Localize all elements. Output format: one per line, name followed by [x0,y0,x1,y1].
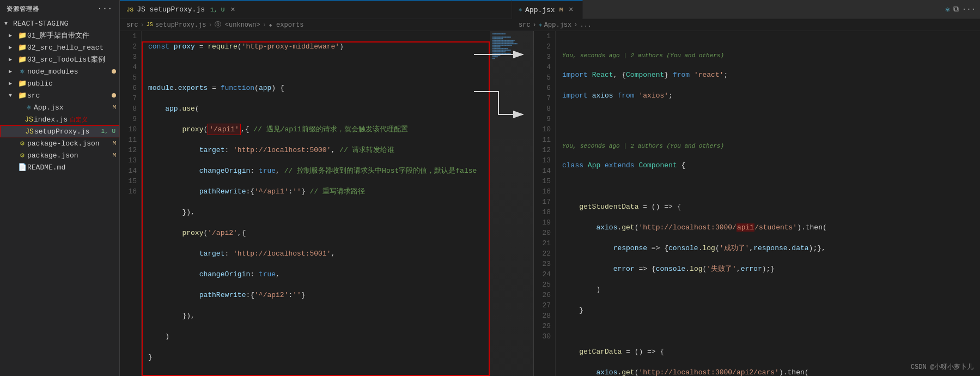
minimap-left: ████████████████████ ███████████████████… [490,31,533,376]
appjsx-badge: M [112,104,116,111]
root-label: REACT-STAGING [13,20,68,28]
bc-file: setupProxy.js [155,21,206,29]
src-badge [112,93,116,98]
sidebar-item-packagelock[interactable]: ⚙ package-lock.json M [0,137,119,149]
label-appjsx: App.jsx [34,104,64,112]
bc-src: src [126,21,138,29]
arrow-01: ▶ [9,32,17,39]
pkglock-badge: M [112,140,116,147]
label-01: 01_脚手架自带文件 [27,31,89,40]
code-line-5: proxy('/api1',{ // 遇见/api1前缀的请求，就会触发该代理配… [148,124,490,135]
sidebar-item-src[interactable]: ▼ 📁 src [0,89,119,101]
arrow-pkglock [9,141,17,147]
sidebar-header-icons: ··· [98,4,113,13]
right-breadcrumb: src › ⚛ App.jsx › ... [512,19,980,31]
label-public: public [27,80,53,88]
sidebar-item-readme[interactable]: 📄 README.md [0,161,119,173]
code-line-15: ) [148,331,490,342]
rcode-line-9: error => {console.log('失败了',error);} [562,264,980,274]
label-src: src [27,92,40,100]
rcode-line-1: import React, {Component} from 'react'; [562,70,980,80]
sidebar-item-01[interactable]: ▶ 📁 01_脚手架自带文件 [0,29,119,41]
tab-setupproxy-close[interactable]: × [228,5,238,15]
left-editor-pane: 12345 678910 1112131415 16 const proxy =… [120,31,534,376]
sidebar-item-packagejson[interactable]: ⚙ package.json M [0,149,119,161]
tab-appjsx[interactable]: ⚛ App.jsx M × [512,0,583,19]
editor-area: JS JS setupProxy.js 1, U × ⚛ ⧉ ··· src ›… [120,0,980,376]
folder-icon-01: 📁 [17,31,27,40]
rcode-line-4: class App extends Component { [562,160,980,171]
bc-unknown: ⓪ <unknown> [215,20,260,29]
tab-appjsx-close[interactable]: × [566,5,576,15]
author-info-1: You, seconds ago | 2 authors (You and ot… [562,52,980,59]
sidebar-item-indexjs[interactable]: JS index.js 自定义 [0,113,119,125]
rbc-src: src [519,21,531,29]
code-line-9: }), [148,207,490,217]
sidebar-tree: ▼ REACT-STAGING ▶ 📁 01_脚手架自带文件 ▶ 📁 02_sr… [0,17,119,376]
code-line-6: target: 'http://localhost:5000', // 请求转发… [148,145,490,155]
left-breadcrumb: src › JS setupProxy.js › ⓪ <unknown> › ⬥… [120,19,512,31]
bc-sep3: › [263,21,266,29]
js-icon-index: JS [24,116,34,124]
code-line-8: pathRewrite:{'^/api1':''} // 重写请求路径 [148,186,490,197]
sidebar-item-node-modules[interactable]: ▶ ⚛ node_modules [0,65,119,77]
label-nm: node_modules [27,68,78,76]
sidebar-item-setupproxy[interactable]: JS setupProxy.js 1, U [0,125,119,137]
arrow-pkgjson [9,153,17,159]
code-line-1: const proxy = require('http-proxy-middle… [148,41,490,52]
code-line-12: changeOrigin: true, [148,269,490,280]
folder-icon-public: 📁 [17,79,27,88]
rbc-dots: ... [580,21,592,29]
arrow-readme [9,165,17,171]
code-line-16: } [148,352,490,362]
bc-sep2: › [208,21,212,29]
editor-actions: ⚛ ⧉ ··· [941,0,980,19]
react-icon-nm: ⚛ [17,67,27,76]
editors-split: 12345 678910 1112131415 16 const proxy =… [120,31,980,376]
json-icon-pkglock: ⚙ [17,139,27,148]
code-line-13: pathRewrite:{'^/api2':''} [148,290,490,300]
arrow-public: ▶ [9,80,17,87]
more-icon[interactable]: ··· [98,4,113,13]
label-readme: README.md [27,163,65,172]
sidebar-item-public[interactable]: ▶ 📁 public [0,77,119,89]
label-pkgjson: package.json [27,151,78,160]
rcode-line-3 [562,111,980,122]
tab-setupproxy-label: JS setupProxy.js [137,5,205,14]
sidebar-title: 资源管理器 [7,5,39,13]
line-numbers-left: 12345 678910 1112131415 16 [120,31,142,376]
tab-setupproxy[interactable]: JS JS setupProxy.js 1, U × [120,0,512,19]
left-code-editor[interactable]: 12345 678910 1112131415 16 const proxy =… [120,31,533,376]
root-arrow: ▼ [4,21,13,27]
pkgjson-badge: M [112,152,116,159]
react-tab-icon: ⚛ [519,7,522,13]
sidebar-item-appjsx[interactable]: ⚛ App.jsx M [0,101,119,113]
label-pkglock: package-lock.json [27,140,100,148]
arrow-setupproxy [16,129,25,135]
right-editor-pane: 12345 678910 1112131415 1617181920 21222… [534,31,980,376]
code-line-3: module.exports = function(app) { [148,83,490,93]
csdn-watermark: CSDN @小呀小萝卜儿 [911,362,973,372]
more-icon-topbar[interactable]: ··· [962,5,976,14]
sidebar-root[interactable]: ▼ REACT-STAGING [0,17,119,29]
rcode-line-6: getStudentData = () => { [562,202,980,212]
split-icon[interactable]: ⧉ [953,5,959,14]
setupproxy-badge: 1, U [101,128,115,135]
md-icon-readme: 📄 [17,163,27,172]
sidebar-item-02[interactable]: ▶ 📁 02_src_hello_react [0,41,119,53]
tab-setupproxy-badge: 1, U [210,7,224,13]
bc-sep1: › [141,21,144,29]
code-line-7: changeOrigin: true, // 控制服务器收到的请求头中Host字… [148,166,490,176]
react-icon-app: ⚛ [24,103,34,112]
sidebar-item-03[interactable]: ▶ 📁 03_src_TodoList案例 [0,53,119,65]
rcode-line-11: } [562,305,980,316]
js-icon-setup: JS [25,128,34,136]
code-content-left: const proxy = require('http-proxy-middle… [142,31,490,376]
label-setupproxy: setupProxy.js [34,128,89,136]
sidebar-header: 资源管理器 ··· [0,0,119,17]
rcode-line-7: axios.get('http://localhost:3000/api1/st… [562,222,980,233]
rbc-react-icon: ⚛ [539,22,542,28]
rcode-line-10: ) [562,284,980,295]
sidebar: 资源管理器 ··· ▼ REACT-STAGING ▶ 📁 01_脚手架自带文件… [0,0,120,376]
right-code-editor[interactable]: 12345 678910 1112131415 1617181920 21222… [534,31,980,376]
